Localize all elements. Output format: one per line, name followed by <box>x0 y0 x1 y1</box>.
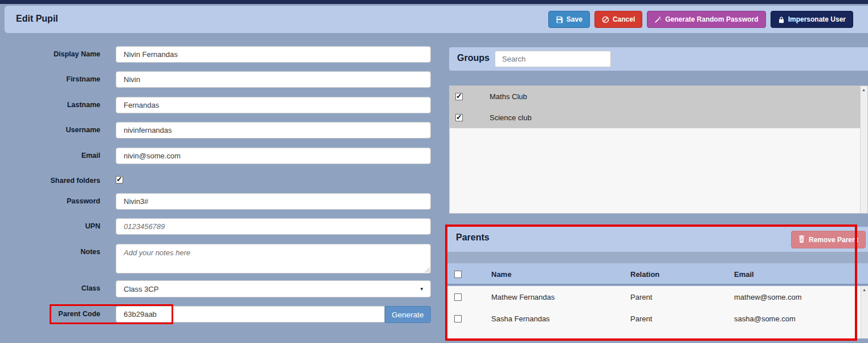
groups-title: Groups <box>457 53 490 63</box>
group-row-science-club[interactable]: Science club <box>450 107 861 128</box>
cancel-button-label: Cancel <box>613 15 635 23</box>
lock-icon <box>778 16 785 23</box>
impersonate-user-label: Impersonate User <box>788 15 846 23</box>
firstname-input[interactable] <box>116 71 431 88</box>
group-checkbox[interactable] <box>455 93 463 100</box>
groups-search-input[interactable] <box>495 51 611 67</box>
magic-wand-icon <box>654 16 662 23</box>
parent-relation: Parent <box>630 293 652 301</box>
display-name-input[interactable] <box>116 46 431 63</box>
remove-parent-label: Remove Parent <box>809 236 858 244</box>
impersonate-user-button[interactable]: Impersonate User <box>771 11 853 28</box>
save-icon <box>556 16 563 23</box>
group-checkbox[interactable] <box>455 114 463 121</box>
save-button-label: Save <box>567 15 582 23</box>
groups-panel-header: Groups <box>449 47 868 71</box>
group-row-maths-club[interactable]: Maths Club <box>450 86 861 107</box>
password-input[interactable] <box>116 193 431 210</box>
column-header-name: Name <box>491 270 511 279</box>
groups-scrollbar[interactable]: ▲ <box>860 86 867 213</box>
parent-email: sasha@some.com <box>734 315 796 323</box>
parents-header-divider <box>447 252 868 263</box>
table-row[interactable]: Mathew Fernandas Parent mathew@some.com <box>447 286 868 308</box>
email-label: Email <box>0 152 108 160</box>
parents-scrollbar[interactable]: ▲ <box>861 286 868 338</box>
chevron-down-icon: ▼ <box>419 287 424 292</box>
column-header-email: Email <box>734 270 754 279</box>
parents-title: Parents <box>456 232 490 243</box>
notes-textarea[interactable] <box>116 244 431 273</box>
generate-random-password-label: Generate Random Password <box>665 15 758 23</box>
username-label: Username <box>0 126 108 134</box>
parent-email: mathew@some.com <box>734 293 802 301</box>
scroll-up-icon[interactable]: ▲ <box>862 88 866 92</box>
page-title: Edit Pupil <box>16 14 58 24</box>
email-input[interactable] <box>116 148 431 164</box>
parent-name: Sasha Fernandas <box>491 315 550 323</box>
parent-relation: Parent <box>630 315 652 323</box>
toolbar: Save Cancel Generate Random Password Imp… <box>548 11 853 28</box>
parent-code-input[interactable] <box>116 306 385 322</box>
trash-icon <box>798 235 805 244</box>
display-name-label: Display Name <box>0 50 108 58</box>
username-input[interactable] <box>116 122 431 138</box>
parents-panel-header: Parents Remove Parent <box>447 227 868 252</box>
save-button[interactable]: Save <box>548 11 590 28</box>
password-label: Password <box>0 197 108 205</box>
remove-parent-button[interactable]: Remove Parent <box>791 231 866 248</box>
shared-folders-checkbox[interactable] <box>116 176 123 183</box>
top-border-strip <box>0 0 868 4</box>
parent-row-checkbox[interactable] <box>454 293 462 301</box>
cancel-button[interactable]: Cancel <box>594 11 642 28</box>
generate-random-password-button[interactable]: Generate Random Password <box>647 11 765 28</box>
group-label: Maths Club <box>490 92 527 101</box>
notes-label: Notes <box>0 248 108 256</box>
parents-table-header: Name Relation Email <box>447 263 868 285</box>
class-select-value: Class 3CP <box>124 285 158 293</box>
cancel-icon <box>602 16 609 23</box>
lastname-input[interactable] <box>116 97 431 113</box>
parents-table-body: Mathew Fernandas Parent mathew@some.com … <box>447 286 868 338</box>
upn-label: UPN <box>0 222 108 230</box>
generate-parent-code-button[interactable]: Generate <box>385 306 431 323</box>
edit-pupil-page: Edit Pupil Save Cancel Generate Random P… <box>0 0 868 343</box>
upn-input[interactable] <box>116 218 431 235</box>
select-all-parents-checkbox[interactable] <box>454 271 462 278</box>
parent-name: Mathew Fernandas <box>491 293 555 301</box>
lastname-label: Lastname <box>0 101 108 109</box>
column-header-relation: Relation <box>630 270 659 279</box>
parent-code-label: Parent Code <box>0 310 108 318</box>
page-header: Edit Pupil Save Cancel Generate Random P… <box>5 6 868 33</box>
generate-button-label: Generate <box>392 311 423 319</box>
class-select[interactable]: Class 3CP ▼ <box>116 280 431 297</box>
groups-list: Maths Club Science club ▲ <box>449 85 868 214</box>
table-row[interactable]: Sasha Fernandas Parent sasha@some.com <box>447 308 868 329</box>
shared-folders-label: Shared folders <box>0 177 108 185</box>
scroll-up-icon[interactable]: ▲ <box>862 288 866 292</box>
parent-row-checkbox[interactable] <box>454 315 462 322</box>
group-label: Science club <box>490 113 532 122</box>
firstname-label: Firstname <box>0 75 108 83</box>
class-label: Class <box>0 284 108 292</box>
